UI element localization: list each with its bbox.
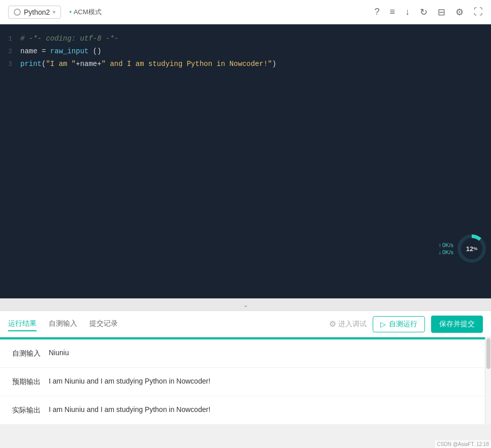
acm-mode-badge: ACM模式 (69, 8, 101, 17)
selftest-label: 自测运行 (389, 320, 417, 329)
watermark-time: 12:18 (476, 441, 489, 447)
upload-speed: 0K/s (438, 242, 453, 248)
code-line-1: 1 # -*- coding: utf-8 -*- (0, 32, 491, 45)
settings-icon[interactable]: ⚙ (455, 7, 464, 18)
watermark-text: CSDN @AsiaFT. (437, 441, 475, 447)
selftest-button[interactable]: ▷ 自测运行 (373, 316, 425, 332)
tab-submit-history[interactable]: 提交记录 (89, 317, 118, 331)
list-icon[interactable]: ≡ (389, 7, 395, 17)
line-number-3: 3 (0, 58, 20, 71)
layout-icon[interactable]: ⊟ (438, 7, 445, 18)
language-label: Python2 (24, 8, 50, 16)
speed-info: 0K/s 0K/s (438, 242, 453, 255)
download-speed: 0K/s (438, 249, 453, 255)
scrollbar[interactable] (485, 337, 491, 425)
chevron-down-icon: ▾ (53, 9, 55, 15)
debug-icon: ⚙ (329, 319, 336, 329)
download-icon[interactable]: ↓ (405, 7, 410, 17)
tab-bar: 运行结果 自测输入 提交记录 ⚙ 进入调试 ▷ 自测运行 保存并提交 (0, 311, 491, 337)
code-content: 1 # -*- coding: utf-8 -*- 2 name = raw_i… (0, 24, 491, 79)
bottom-panel: 运行结果 自测输入 提交记录 ⚙ 进入调试 ▷ 自测运行 保存并提交 自测输入 … (0, 311, 491, 425)
code-line-1-text: # -*- coding: utf-8 -*- (20, 32, 118, 45)
result-label-expected: 预期输出 (12, 377, 49, 387)
tabs-left: 运行结果 自测输入 提交记录 (8, 317, 329, 331)
result-label-actual: 实际输出 (12, 405, 49, 415)
results-area: 自测输入 Niuniu 预期输出 I am Niuniu and I am st… (0, 337, 491, 425)
code-line-2-text: name = raw_input () (20, 45, 102, 57)
debug-button: ⚙ 进入调试 (329, 319, 367, 329)
tab-run-result[interactable]: 运行结果 (8, 317, 37, 331)
line-number-1: 1 (0, 33, 20, 45)
debug-label: 进入调试 (338, 320, 367, 329)
toolbar: Python2 ▾ ACM模式 ? ≡ ↓ ↻ ⊟ ⚙ ⛶ (0, 0, 491, 24)
refresh-icon[interactable]: ↻ (420, 7, 428, 18)
code-line-2: 2 name = raw_input () (0, 45, 491, 58)
speed-widget: 0K/s 0K/s 12% (438, 234, 486, 263)
progress-circle: 12% (457, 234, 486, 263)
scrollbar-thumb[interactable] (486, 338, 490, 369)
help-icon[interactable]: ? (374, 7, 379, 17)
code-line-3-text: print("I am "+name+" and I am studying P… (20, 58, 276, 70)
fullscreen-icon[interactable]: ⛶ (474, 7, 483, 17)
result-value-expected: I am Niuniu and I am studying Python in … (49, 377, 479, 385)
submit-button[interactable]: 保存并提交 (431, 316, 483, 333)
progress-percent: 12% (461, 238, 482, 259)
tabs-right: ⚙ 进入调试 ▷ 自测运行 保存并提交 (329, 316, 483, 333)
play-icon: ▷ (380, 320, 386, 328)
collapse-arrow-icon: ⌄ (243, 301, 248, 308)
result-value-input: Niuniu (49, 349, 479, 357)
result-row-expected: 预期输出 I am Niuniu and I am studying Pytho… (0, 368, 491, 396)
toolbar-left: Python2 ▾ ACM模式 (8, 6, 102, 19)
lang-icon (14, 9, 21, 16)
result-value-actual: I am Niuniu and I am studying Python in … (49, 405, 479, 413)
language-selector[interactable]: Python2 ▾ (8, 6, 61, 19)
collapse-handle[interactable]: ⌄ (0, 298, 491, 311)
code-editor[interactable]: 1 # -*- coding: utf-8 -*- 2 name = raw_i… (0, 24, 491, 298)
result-row-input: 自测输入 Niuniu (0, 339, 491, 368)
toolbar-right: ? ≡ ↓ ↻ ⊟ ⚙ ⛶ (374, 7, 483, 18)
tab-self-test-input[interactable]: 自测输入 (49, 317, 77, 331)
result-label-input: 自测输入 (12, 349, 49, 358)
line-number-2: 2 (0, 46, 20, 58)
code-line-3: 3 print("I am "+name+" and I am studying… (0, 58, 491, 71)
result-row-actual: 实际输出 I am Niuniu and I am studying Pytho… (0, 396, 491, 425)
results-container: 自测输入 Niuniu 预期输出 I am Niuniu and I am st… (0, 337, 491, 425)
watermark: CSDN @AsiaFT. 12:18 (435, 440, 491, 448)
